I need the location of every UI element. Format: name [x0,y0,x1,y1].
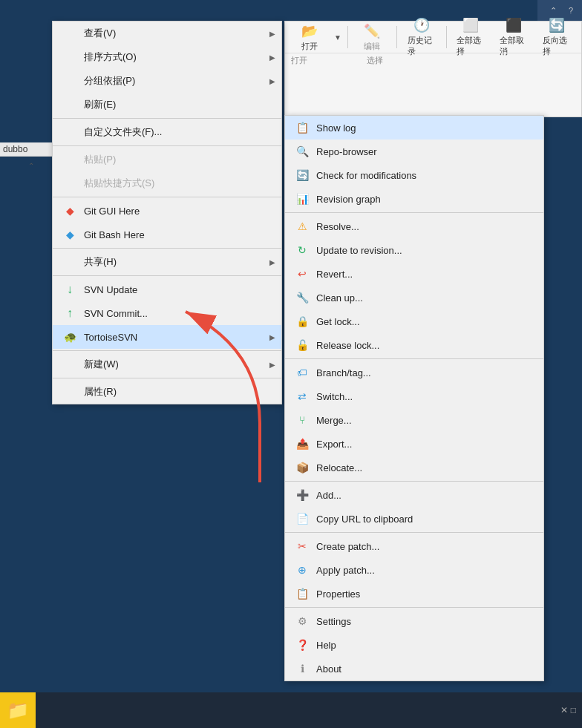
get-lock-icon: 🔒 [294,313,310,329]
separator-7 [53,378,281,378]
release-lock-menu-item[interactable]: 🔓 Release lock... [285,333,543,357]
svn-update-icon: ↓ [62,281,78,298]
cleanup-icon: 🔧 [294,289,310,306]
cleanup-menu-item[interactable]: 🔧 Clean up... [285,286,543,309]
tortoisesvn-menu-item[interactable]: 🐢 TortoiseSVN [53,325,281,349]
about-menu-item[interactable]: ℹ About [285,657,543,681]
chevron-up-icon: ⌃ [550,6,557,16]
separator-6 [53,350,281,351]
check-modifications-menu-item[interactable]: 🔄 Check for modifications [285,163,543,187]
branch-tag-menu-item[interactable]: 🏷 Branch/tag... [285,361,543,384]
help-menu-icon: ❓ [294,637,310,653]
separator-4 [53,248,281,249]
revision-graph-icon: 📊 [294,191,310,207]
revert-icon: ↩ [294,266,310,282]
right-separator-1 [285,212,543,213]
help-menu-item[interactable]: ❓ Help [285,633,543,657]
select-all-icon: ⬜ [462,17,479,33]
resolve-menu-item[interactable]: ⚠ Resolve... [285,214,543,238]
add-menu-item[interactable]: ➕ Add... [285,483,543,507]
switch-menu-item[interactable]: ⇄ Switch... [285,384,543,408]
share-icon [62,254,78,270]
apply-patch-menu-item[interactable]: ⊕ Apply patch... [285,558,543,582]
svn-commit-menu-item[interactable]: ↑ SVN Commit... [53,301,281,325]
paste-shortcut-menu-item[interactable]: 粘贴快捷方式(S) [53,171,281,195]
expand-icon: ⌃ [28,162,34,170]
tortoisesvn-icon: 🐢 [62,329,78,345]
deselect-all-icon: ⬛ [506,17,522,33]
properties-menu-item[interactable]: 属性(R) [53,380,281,404]
relocate-menu-item[interactable]: 📦 Relocate... [285,456,543,479]
resolve-icon: ⚠ [294,218,310,235]
show-log-icon: 📋 [294,119,310,136]
group-menu-item[interactable]: 分组依据(P) [53,69,281,93]
edit-label: 编辑 [364,41,380,52]
separator-5 [53,275,281,276]
create-patch-menu-item[interactable]: ✂ Create patch... [285,534,543,558]
merge-menu-item[interactable]: ⑂ Merge... [285,408,543,432]
separator-1 [53,118,281,119]
left-context-menu: 查看(V) 排序方式(O) 分组依据(P) 刷新(E) 自定义文件夹(F)...… [52,21,282,404]
open-icon: 📂 [301,23,318,39]
settings-menu-item[interactable]: ⚙ Settings [285,609,543,633]
taskbar-right: ✕ □ [560,705,582,715]
view-menu-item[interactable]: 查看(V) [53,22,281,45]
share-menu-item[interactable]: 共享(H) [53,250,281,274]
new-menu-item[interactable]: 新建(W) [53,352,281,376]
customize-menu-item[interactable]: 自定义文件夹(F)... [53,120,281,144]
branch-tag-icon: 🏷 [294,364,310,381]
export-menu-item[interactable]: 📤 Export... [285,432,543,456]
paste-shortcut-icon [62,175,78,191]
sort-menu-item[interactable]: 排序方式(O) [53,45,281,69]
switch-icon: ⇄ [294,388,310,404]
invert-icon: 🔄 [549,17,565,33]
section-open-label: 打开 [291,55,307,66]
right-separator-5 [285,607,543,608]
relocate-icon: 📦 [294,459,310,476]
help-icon: ? [569,6,573,15]
about-icon: ℹ [294,660,310,677]
group-icon [62,73,78,89]
taskbar-restore-icon[interactable]: □ [571,705,576,715]
properties-svn-menu-item[interactable]: 📋 Properties [285,582,543,606]
repo-browser-menu-item[interactable]: 🔍 Repo-browser [285,140,543,163]
toolbar-area: 📂 打开 ▼ ✏️ 编辑 🕐 历史记录 ⬜ 全部选择 ⬛ 全部取消 🔄 反向选择… [284,21,582,117]
open-label: 打开 [301,41,318,52]
copy-url-menu-item[interactable]: 📄 Copy URL to clipboard [285,507,543,531]
add-icon: ➕ [294,487,310,503]
revert-menu-item[interactable]: ↩ Revert... [285,262,543,286]
sort-icon [62,49,78,65]
svn-commit-icon: ↑ [62,305,78,321]
properties-icon [62,384,78,400]
taskbar: 📁 ✕ □ [0,692,582,728]
taskbar-minimize-icon[interactable]: ✕ [560,705,568,715]
edit-button[interactable]: ✏️ 编辑 [353,21,390,54]
right-context-menu: 📋 Show log 🔍 Repo-browser 🔄 Check for mo… [284,115,544,681]
get-lock-menu-item[interactable]: 🔒 Get lock... [285,309,543,333]
show-log-menu-item[interactable]: 📋 Show log [285,116,543,140]
refresh-icon [62,96,78,113]
copy-url-icon: 📄 [294,511,310,527]
section-select-label: 选择 [367,55,383,66]
paste-menu-item[interactable]: 粘贴(P) [53,148,281,171]
edit-icon: ✏️ [364,23,380,39]
git-bash-menu-item[interactable]: ◆ Git Bash Here [53,223,281,246]
refresh-menu-item[interactable]: 刷新(E) [53,93,281,117]
apply-patch-icon: ⊕ [294,562,310,578]
release-lock-icon: 🔓 [294,337,310,353]
git-bash-icon: ◆ [62,226,78,243]
open-arrow[interactable]: ▼ [334,33,341,42]
open-button[interactable]: 📂 打开 [291,21,328,54]
folder-icon: 📁 [7,700,29,721]
view-icon [62,25,78,42]
revision-graph-menu-item[interactable]: 📊 Revision graph [285,187,543,211]
svn-update-menu-item[interactable]: ↓ SVN Update [53,278,281,301]
git-gui-menu-item[interactable]: ◆ Git GUI Here [53,199,281,223]
new-icon [62,356,78,373]
taskbar-folder-icon[interactable]: 📁 [0,692,36,728]
separator-2 [53,145,281,146]
update-revision-menu-item[interactable]: ↻ Update to revision... [285,238,543,262]
toolbar-row-1: 📂 打开 ▼ ✏️ 编辑 🕐 历史记录 ⬜ 全部选择 ⬛ 全部取消 🔄 反向选择 [285,22,581,53]
right-separator-4 [285,532,543,533]
check-modifications-icon: 🔄 [294,167,310,183]
